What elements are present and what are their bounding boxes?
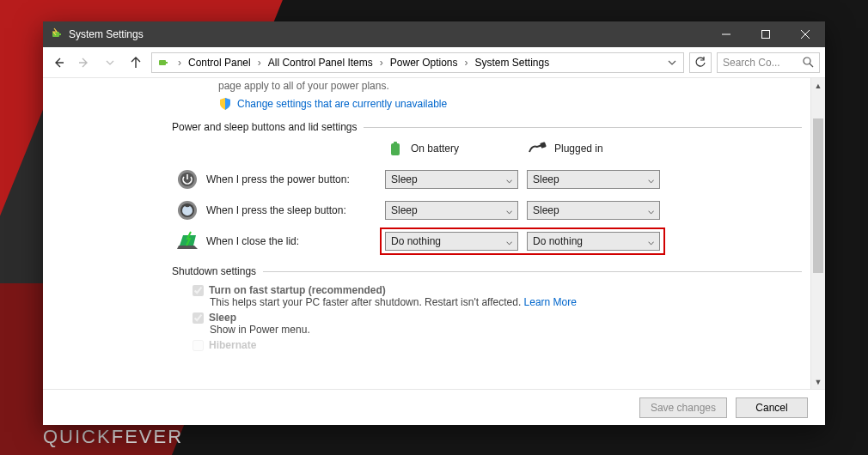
sleep-button-battery-select[interactable]: Sleep⌵ [385,201,518,220]
svg-rect-11 [394,142,397,144]
search-icon [803,57,814,68]
up-button[interactable] [125,52,146,73]
watermark: QUICKFEVER [43,426,183,448]
close-lid-plugged-select[interactable]: Do nothing⌵ [527,232,660,251]
maximize-button[interactable] [746,21,785,47]
sleep-button-row: When I press the sleep button: Sleep⌵ Sl… [172,195,802,226]
power-icon [175,167,199,191]
svg-line-9 [810,64,813,67]
chevron-down-icon: ⌵ [648,173,654,185]
breadcrumb-item[interactable]: Control Panel [186,57,253,69]
search-placeholder: Search Co... [723,57,780,69]
power-button-row: When I press the power button: Sleep⌵ Sl… [172,164,802,195]
close-button[interactable] [785,21,825,47]
window-title: System Settings [69,28,144,40]
chevron-right-icon[interactable]: › [254,57,265,69]
hibernate-option: Hibernate [193,339,802,351]
breadcrumb-item[interactable]: Power Options [388,57,460,69]
hibernate-checkbox[interactable] [193,340,204,351]
back-button[interactable] [48,52,69,73]
breadcrumb-item[interactable]: System Settings [473,57,551,69]
navigation-bar: › Control Panel › All Control Panel Item… [43,47,825,78]
sleep-option: Sleep Show in Power menu. [193,312,802,336]
highlight-annotation: Do nothing⌵ Do nothing⌵ [380,228,665,255]
svg-rect-3 [762,31,770,39]
power-button-plugged-select[interactable]: Sleep⌵ [527,170,660,189]
dialog-footer: Save changes Cancel [43,389,825,425]
sleep-checkbox[interactable] [193,312,204,324]
search-input[interactable]: Search Co... [717,52,820,73]
minimize-button[interactable] [706,21,746,47]
system-settings-window: System Settings › Control Panel › All Co… [43,21,825,425]
chevron-down-icon: ⌵ [506,173,512,185]
svg-rect-12 [540,142,547,149]
shutdown-settings-section: Shutdown settings Turn on fast startup (… [172,265,802,355]
breadcrumb[interactable]: › Control Panel › All Control Panel Item… [151,52,684,73]
refresh-button[interactable] [689,52,712,73]
chevron-right-icon[interactable]: › [376,57,387,69]
scroll-up-button[interactable]: ▲ [811,78,825,93]
svg-rect-6 [159,60,166,65]
chevron-down-icon[interactable] [664,58,680,67]
on-battery-header: On battery [387,140,529,157]
power-button-battery-select[interactable]: Sleep⌵ [385,170,518,189]
shield-icon [218,97,232,111]
row-label: When I close the lid: [206,235,385,247]
svg-rect-10 [391,143,400,155]
content-area: page apply to all of your power plans. C… [43,78,825,389]
section-legend: Shutdown settings [172,265,263,277]
fast-startup-option: Turn on fast startup (recommended) This … [193,284,802,308]
chevron-right-icon[interactable]: › [174,57,185,69]
close-lid-battery-select[interactable]: Do nothing⌵ [385,232,518,251]
forward-button[interactable] [74,52,95,73]
fast-startup-checkbox[interactable] [193,285,204,296]
plug-icon [529,142,547,155]
vertical-scrollbar[interactable]: ▲ ▼ [810,78,825,389]
plugged-in-header: Plugged in [529,140,670,157]
laptop-lid-icon [175,229,199,253]
section-legend: Power and sleep buttons and lid settings [172,121,364,133]
svg-rect-7 [166,62,168,64]
power-options-icon [50,27,64,41]
row-label: When I press the power button: [206,173,385,185]
breadcrumb-item[interactable]: All Control Panel Items [266,57,375,69]
chevron-right-icon[interactable]: › [461,57,471,69]
close-lid-row: When I close the lid: Do nothing⌵ Do not… [172,226,802,257]
sleep-icon [175,198,199,222]
sleep-button-plugged-select[interactable]: Sleep⌵ [527,201,660,220]
power-buttons-section: Power and sleep buttons and lid settings… [172,121,802,257]
chevron-down-icon: ⌵ [648,204,654,216]
chevron-down-icon: ⌵ [648,235,654,247]
scrollbar-track[interactable] [811,93,825,374]
row-label: When I press the sleep button: [206,204,385,216]
chevron-down-icon: ⌵ [506,204,512,216]
titlebar[interactable]: System Settings [43,21,825,47]
scrollbar-thumb[interactable] [813,118,823,273]
power-options-icon [156,55,171,70]
svg-rect-1 [59,33,61,35]
scroll-down-button[interactable]: ▼ [811,374,825,389]
chevron-down-icon: ⌵ [506,235,512,247]
learn-more-link[interactable]: Learn More [524,296,577,308]
save-changes-button[interactable]: Save changes [639,397,727,418]
svg-point-8 [804,58,810,64]
change-unavailable-settings-link[interactable]: Change settings that are currently unava… [237,98,447,110]
truncated-text: page apply to all of your power plans. [172,78,802,92]
recent-locations-button[interactable] [100,52,120,73]
cancel-button[interactable]: Cancel [736,397,808,418]
battery-icon [387,140,404,157]
